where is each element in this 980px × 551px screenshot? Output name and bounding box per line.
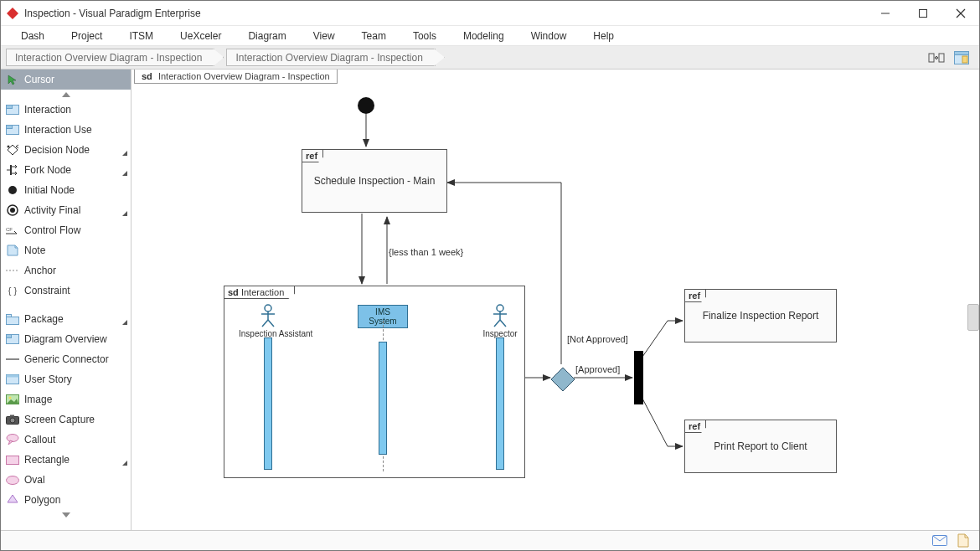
palette-note[interactable]: Note <box>1 240 131 260</box>
svg-text:CF: CF <box>6 227 13 232</box>
palette-interaction-use[interactable]: Interaction Use <box>1 120 131 140</box>
activation-inspector[interactable] <box>496 337 504 470</box>
fork-icon <box>6 163 19 177</box>
rectangle-icon <box>6 453 19 466</box>
palette-label: Image <box>24 394 126 405</box>
svg-rect-12 <box>7 126 13 129</box>
palette-collapse-up[interactable] <box>1 90 131 100</box>
menu-uexceler[interactable]: UeXceler <box>167 28 235 44</box>
svg-rect-23 <box>7 335 12 338</box>
close-button[interactable] <box>941 2 979 25</box>
breadcrumb-item[interactable]: Interaction Overview Diagram - Inspectio… <box>6 49 214 66</box>
palette-generic-connector[interactable]: Generic Connector <box>1 349 131 369</box>
palette-screen-capture[interactable]: Screen Capture <box>1 409 131 430</box>
palette-activity-final[interactable]: Activity Final <box>1 200 131 220</box>
menu-modeling[interactable]: Modeling <box>450 28 518 44</box>
menu-diagram[interactable]: Diagram <box>235 28 299 44</box>
application-window: Inspection - Visual Paradigm Enterprise … <box>0 0 980 551</box>
ref-finalize-inspection-report[interactable]: ref Finalize Inspection Report <box>684 289 837 342</box>
submenu-icon <box>122 147 127 158</box>
svg-line-53 <box>494 320 500 327</box>
submenu-icon <box>122 167 127 178</box>
svg-rect-26 <box>7 375 19 378</box>
app-icon <box>6 7 19 20</box>
menu-itsm[interactable]: ITSM <box>116 28 167 44</box>
palette-label: Oval <box>24 474 126 486</box>
palette-interaction[interactable]: Interaction <box>1 100 131 120</box>
palette-fork-node[interactable]: Fork Node <box>1 160 131 180</box>
actor-inspector[interactable]: Inspector <box>482 304 518 338</box>
menu-tools[interactable]: Tools <box>400 28 450 44</box>
diagram-canvas[interactable]: sd Interaction Overview Diagram - Inspec… <box>132 70 979 530</box>
palette-oval[interactable]: Oval <box>1 470 131 490</box>
palette-label: Control Flow <box>24 224 126 236</box>
svg-rect-4 <box>929 54 934 62</box>
menu-dash[interactable]: Dash <box>8 28 58 44</box>
palette-rectangle[interactable]: Rectangle <box>1 450 131 470</box>
palette-cursor[interactable]: Cursor <box>1 70 131 90</box>
mail-icon[interactable] <box>932 533 947 548</box>
minimize-button[interactable] <box>866 2 904 25</box>
shape-palette: Cursor Interaction Interaction Use Decis… <box>1 70 132 530</box>
constraint-icon: { } <box>6 284 19 297</box>
svg-point-31 <box>10 418 15 423</box>
switch-view-icon[interactable] <box>927 49 946 66</box>
palette-polygon[interactable]: Polygon <box>1 490 131 510</box>
document-icon[interactable] <box>956 533 971 548</box>
svg-line-48 <box>262 320 268 327</box>
svg-rect-30 <box>10 415 14 418</box>
package-icon <box>6 312 19 326</box>
palette-label: Anchor <box>24 265 126 276</box>
anchor-icon <box>6 264 19 277</box>
initial-node-icon <box>6 183 19 197</box>
fork-bar[interactable] <box>634 351 643 404</box>
activation-ims[interactable] <box>379 342 387 455</box>
note-icon <box>6 244 19 257</box>
palette-user-story[interactable]: User Story <box>1 369 131 389</box>
svg-point-17 <box>10 208 15 213</box>
svg-rect-33 <box>7 456 19 464</box>
palette-label: Interaction <box>24 104 126 116</box>
svg-rect-1 <box>919 9 926 17</box>
palette-label: Generic Connector <box>24 353 126 365</box>
svg-point-32 <box>7 435 18 442</box>
guard-less-than-week: {less than 1 week} <box>389 247 464 257</box>
diagram-overview-icon <box>6 332 19 346</box>
palette-collapse-down[interactable] <box>1 510 131 520</box>
ref-print-report-to-client[interactable]: ref Print Report to Client <box>684 420 837 473</box>
svg-line-54 <box>500 320 506 327</box>
palette-constraint[interactable]: { } Constraint <box>1 281 131 301</box>
palette-image[interactable]: Image <box>1 389 131 409</box>
layout-icon[interactable] <box>952 49 971 66</box>
palette-label: Package <box>24 313 126 325</box>
palette-control-flow[interactable]: CF Control Flow <box>1 220 131 240</box>
actor-inspection-assistant[interactable]: Inspection Assistant <box>239 304 297 338</box>
svg-point-15 <box>8 186 17 194</box>
window-controls <box>866 2 979 25</box>
menu-project[interactable]: Project <box>58 28 116 44</box>
palette-callout[interactable]: Callout <box>1 430 131 450</box>
maximize-button[interactable] <box>904 2 941 25</box>
activation-assistant[interactable] <box>264 337 272 470</box>
menu-team[interactable]: Team <box>348 28 400 44</box>
ref-schedule-inspection[interactable]: ref Schedule Inspection - Main <box>302 149 447 213</box>
breadcrumb-label: Interaction Overview Diagram - Inspectio… <box>15 52 202 64</box>
scrollbar-thumb[interactable] <box>967 304 979 331</box>
palette-initial-node[interactable]: Initial Node <box>1 180 131 200</box>
submenu-icon <box>122 207 127 219</box>
decision-node-approved[interactable] <box>550 367 575 394</box>
svg-rect-8 <box>962 56 967 63</box>
palette-label: Constraint <box>24 285 126 296</box>
svg-rect-10 <box>7 106 13 109</box>
menu-help[interactable]: Help <box>580 28 627 44</box>
menu-window[interactable]: Window <box>518 28 580 44</box>
palette-anchor[interactable]: Anchor <box>1 260 131 281</box>
ref-label: Finalize Inspection Report <box>685 290 836 342</box>
palette-diagram-overview[interactable]: Diagram Overview <box>1 329 131 349</box>
content-row: Cursor Interaction Interaction Use Decis… <box>1 70 979 530</box>
svg-point-50 <box>497 305 503 312</box>
palette-decision-node[interactable]: Decision Node <box>1 140 131 160</box>
palette-package[interactable]: Package <box>1 309 131 329</box>
breadcrumb-item[interactable]: Interaction Overview Diagram - Inspectio… <box>226 49 435 66</box>
menu-view[interactable]: View <box>300 28 348 44</box>
